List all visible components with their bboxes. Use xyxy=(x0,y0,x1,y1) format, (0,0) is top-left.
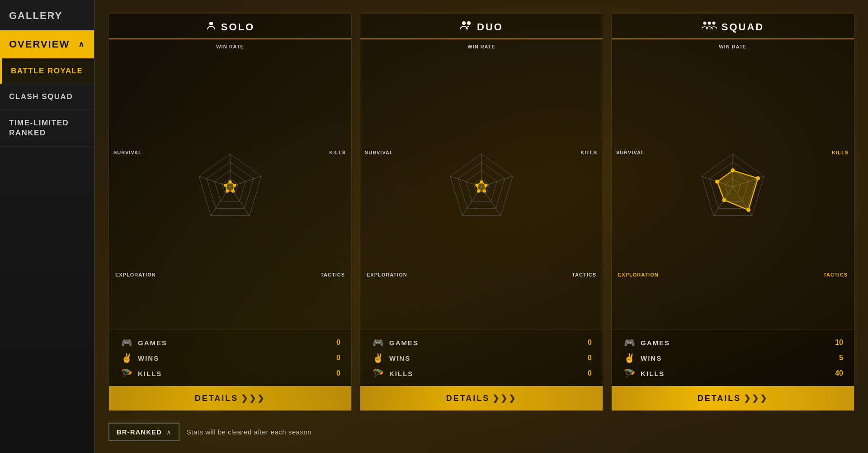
sidebar-item-battle-royale[interactable]: BATTLE ROYALE xyxy=(0,58,94,84)
duo-games-row: 🎮 GAMES 0 xyxy=(371,337,592,348)
solo-kills-value: 0 xyxy=(327,369,340,377)
battle-royale-label: BATTLE ROYALE xyxy=(11,67,83,75)
squad-wins-row: ✌️ WINS 5 xyxy=(623,353,843,363)
duo-kills-label-stat: KILLS xyxy=(389,370,574,377)
svg-point-30 xyxy=(483,189,486,192)
solo-wins-label: WINS xyxy=(138,354,322,362)
sidebar-gallery-label: GALLERY xyxy=(0,0,94,30)
duo-details-button[interactable]: DETAILS ❯❯❯ xyxy=(360,386,603,410)
duo-chevrons-icon: ❯❯❯ xyxy=(492,393,517,403)
svg-point-11 xyxy=(228,180,231,183)
squad-wins-label: WINS xyxy=(641,354,825,362)
chevron-up-icon: ∧ xyxy=(78,39,85,49)
solo-stats: 🎮 GAMES 0 ✌️ WINS 0 🪂 KILLS 0 xyxy=(109,329,351,386)
sidebar-item-time-limited-ranked[interactable]: TIME-LIMITEDRANKED xyxy=(0,110,94,147)
duo-title: DUO xyxy=(477,21,503,33)
solo-details-button[interactable]: DETAILS ❯❯❯ xyxy=(109,386,351,410)
duo-kills-value: 0 xyxy=(578,369,592,377)
squad-chevrons-icon: ❯❯❯ xyxy=(744,393,768,403)
duo-details-label: DETAILS xyxy=(446,394,490,403)
svg-point-0 xyxy=(209,22,213,25)
solo-win-rate-label: WIN RATE xyxy=(216,44,244,49)
squad-games-row: 🎮 GAMES 10 xyxy=(623,337,843,348)
squad-radar-container: WIN RATE KILLS TACTICS EXPLORATION SURVI… xyxy=(612,39,854,329)
squad-survival-label: SURVIVAL xyxy=(616,150,645,155)
sidebar-overview-item[interactable]: OVERVIEW ∧ xyxy=(0,30,94,58)
squad-details-button[interactable]: DETAILS ❯❯❯ xyxy=(612,386,854,410)
svg-point-50 xyxy=(715,179,719,183)
solo-games-label: GAMES xyxy=(138,339,322,347)
squad-kills-value: 40 xyxy=(830,369,843,377)
duo-survival-label: SURVIVAL xyxy=(365,150,393,155)
squad-exploration-label: EXPLORATION xyxy=(618,272,659,277)
solo-kills-row: 🪂 KILLS 0 xyxy=(120,368,340,379)
br-ranked-label: BR-RANKED xyxy=(117,428,162,436)
kills-icon: 🪂 xyxy=(120,368,133,379)
duo-exploration-label: EXPLORATION xyxy=(367,272,407,277)
duo-card: DUO WIN RATE KILLS TACTICS EXPLORATION S… xyxy=(360,14,603,411)
svg-marker-45 xyxy=(717,170,758,210)
duo-kills-row: 🪂 KILLS 0 xyxy=(371,368,592,379)
squad-stats: 🎮 GAMES 10 ✌️ WINS 5 🪂 KILLS 40 xyxy=(612,329,854,386)
solo-chevrons-icon: ❯❯❯ xyxy=(241,393,265,403)
svg-point-33 xyxy=(703,22,706,25)
duo-win-rate-label: WIN RATE xyxy=(467,44,495,49)
svg-point-49 xyxy=(722,198,726,202)
squad-games-label: GAMES xyxy=(641,339,825,347)
squad-details-label: DETAILS xyxy=(698,394,741,403)
solo-radar-container: WIN RATE KILLS TACTICS EXPLORATION SURVI… xyxy=(109,39,351,329)
duo-card-header: DUO xyxy=(360,14,603,39)
solo-radar-chart xyxy=(185,142,275,232)
squad-kills-icon: 🪂 xyxy=(623,368,636,379)
svg-point-48 xyxy=(746,208,750,212)
squad-tactics-label: TACTICS xyxy=(823,272,848,277)
sidebar-item-clash-squad[interactable]: CLASH SQUAD xyxy=(0,84,94,110)
squad-games-value: 10 xyxy=(830,339,843,347)
squad-games-icon: 🎮 xyxy=(623,337,636,348)
squad-kills-label: KILLS xyxy=(832,150,849,155)
duo-games-icon: 🎮 xyxy=(371,337,385,348)
duo-wins-icon: ✌️ xyxy=(371,353,385,363)
solo-card: SOLO WIN RATE KILLS TACTICS EXPLORATION … xyxy=(108,14,352,411)
svg-point-12 xyxy=(233,183,236,186)
squad-wins-value: 5 xyxy=(830,354,843,362)
overview-label: OVERVIEW xyxy=(9,38,70,50)
svg-point-29 xyxy=(484,183,487,186)
svg-point-14 xyxy=(226,189,229,192)
svg-point-17 xyxy=(467,21,471,25)
squad-card-header: SQUAD xyxy=(612,14,854,39)
duo-radar-chart xyxy=(436,142,527,232)
squad-kills-label-stat: KILLS xyxy=(641,370,825,377)
svg-point-16 xyxy=(462,21,466,25)
bottom-bar: BR-RANKED ∧ Stats will be cleared after … xyxy=(108,420,854,444)
solo-survival-label: SURVIVAL xyxy=(113,150,142,155)
svg-point-47 xyxy=(756,176,760,180)
duo-tactics-label: TACTICS xyxy=(572,272,596,277)
solo-wins-row: ✌️ WINS 0 xyxy=(120,353,340,363)
duo-icon xyxy=(460,20,472,34)
games-icon: 🎮 xyxy=(120,337,133,348)
wins-icon: ✌️ xyxy=(120,353,133,363)
duo-kills-icon: 🪂 xyxy=(371,368,385,379)
squad-wins-icon: ✌️ xyxy=(623,353,636,363)
squad-icon xyxy=(702,20,717,34)
solo-details-label: DETAILS xyxy=(195,394,239,403)
clash-squad-label: CLASH SQUAD xyxy=(9,92,73,101)
sidebar: GALLERY OVERVIEW ∧ BATTLE ROYALE CLASH S… xyxy=(0,0,95,453)
svg-point-35 xyxy=(712,22,715,25)
squad-title: SQUAD xyxy=(722,21,764,33)
solo-games-value: 0 xyxy=(327,339,340,347)
squad-win-rate-label: WIN RATE xyxy=(719,44,747,49)
time-limited-label: TIME-LIMITEDRANKED xyxy=(9,119,69,137)
solo-kills-label: KILLS xyxy=(329,150,346,155)
squad-card: SQUAD WIN RATE KILLS TACTICS EXPLORATION… xyxy=(611,14,854,411)
duo-games-label: GAMES xyxy=(389,339,574,347)
main-content: SOLO WIN RATE KILLS TACTICS EXPLORATION … xyxy=(95,0,868,453)
duo-kills-label: KILLS xyxy=(580,150,597,155)
bottom-notice-text: Stats will be cleared after each season xyxy=(187,428,311,436)
br-ranked-button[interactable]: BR-RANKED ∧ xyxy=(108,423,179,441)
cards-row: SOLO WIN RATE KILLS TACTICS EXPLORATION … xyxy=(108,14,854,411)
duo-wins-value: 0 xyxy=(578,354,592,362)
solo-wins-value: 0 xyxy=(327,354,340,362)
solo-icon xyxy=(206,20,217,34)
